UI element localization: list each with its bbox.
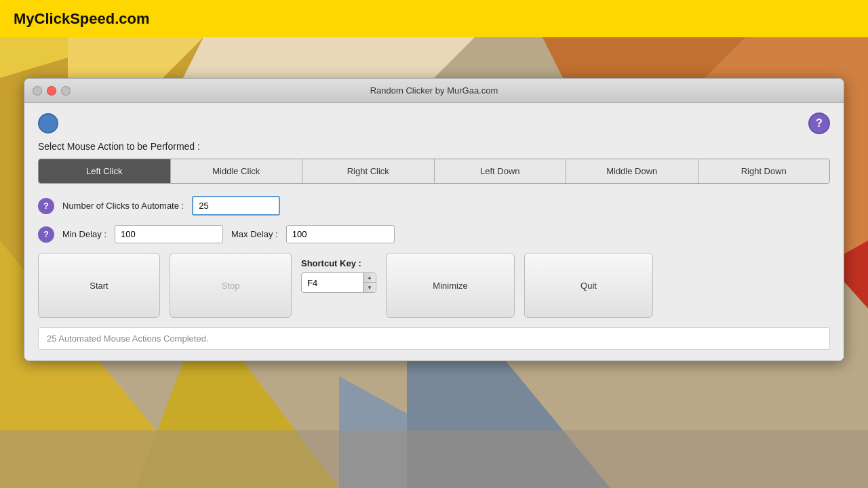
close-button[interactable] [33, 86, 42, 96]
window-title: Random Clicker by MurGaa.com [370, 85, 498, 96]
top-row: ? [38, 113, 830, 134]
minimize-button[interactable] [47, 86, 56, 96]
mouse-action-label: Select Mouse Action to be Performed : [38, 141, 830, 152]
status-text: 25 Automated Mouse Actions Completed. [47, 333, 208, 344]
svg-rect-14 [0, 430, 868, 488]
spinner-down[interactable]: ▼ [363, 283, 376, 292]
shortcut-label: Shortcut Key : [301, 258, 361, 268]
spinner-up[interactable]: ▲ [363, 273, 376, 283]
tab-left-click[interactable]: Left Click [39, 159, 171, 183]
site-title: MyClickSpeed.com [14, 10, 150, 28]
quit-button[interactable]: Quit [524, 253, 653, 318]
clicks-input[interactable] [192, 196, 280, 216]
max-delay-label: Max Delay : [231, 229, 278, 239]
app-window: Random Clicker by MurGaa.com ? Select Mo… [24, 78, 844, 361]
clicks-label: Number of Clicks to Automate : [62, 201, 184, 211]
shortcut-group: Shortcut Key : F4 F1 F2 F3 F5 F6 ▲ ▼ [301, 253, 376, 293]
stop-button[interactable]: Stop [170, 253, 292, 318]
shortcut-spinner[interactable]: ▲ ▼ [363, 273, 376, 292]
maximize-button[interactable] [61, 86, 71, 96]
min-delay-label: Min Delay : [62, 229, 106, 239]
delay-row: ? Min Delay : Max Delay : [38, 225, 830, 243]
tab-right-click[interactable]: Right Click [302, 159, 435, 183]
shortcut-select[interactable]: F4 F1 F2 F3 F5 F6 [302, 274, 363, 291]
window-body: ? Select Mouse Action to be Performed : … [24, 103, 844, 361]
minimize-app-button[interactable]: Minimize [386, 253, 515, 318]
tab-middle-click[interactable]: Middle Click [171, 159, 303, 183]
status-indicator [38, 113, 58, 134]
shortcut-select-wrapper: F4 F1 F2 F3 F5 F6 ▲ ▼ [301, 272, 376, 293]
tab-middle-down[interactable]: Middle Down [566, 159, 698, 183]
min-delay-input[interactable] [115, 225, 223, 243]
traffic-lights [33, 86, 71, 96]
status-bar: 25 Automated Mouse Actions Completed. [38, 327, 830, 350]
delay-help-icon[interactable]: ? [38, 226, 54, 243]
mouse-action-tabs: Left Click Middle Click Right Click Left… [38, 159, 830, 184]
buttons-row: Start Stop Shortcut Key : F4 F1 F2 F3 F5… [38, 253, 830, 318]
start-button[interactable]: Start [38, 253, 160, 318]
clicks-row: ? Number of Clicks to Automate : [38, 196, 830, 216]
tab-right-down[interactable]: Right Down [698, 159, 830, 183]
help-button[interactable]: ? [808, 113, 830, 134]
title-bar: Random Clicker by MurGaa.com [24, 79, 844, 103]
max-delay-input[interactable] [286, 225, 395, 243]
clicks-help-icon[interactable]: ? [38, 198, 54, 214]
top-banner: MyClickSpeed.com [0, 0, 868, 37]
tab-left-down[interactable]: Left Down [435, 159, 567, 183]
